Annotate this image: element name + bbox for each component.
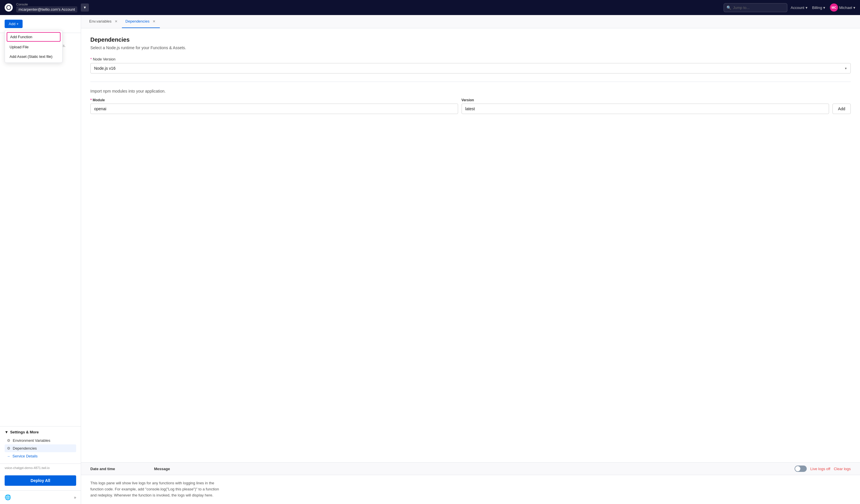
account-menu-item[interactable]: Account ▾: [791, 5, 807, 10]
page-title: Dependencies: [90, 36, 851, 43]
user-avatar: MC: [830, 3, 838, 12]
service-arrow-icon: →: [7, 455, 10, 458]
settings-dependencies[interactable]: ⚙ Dependencies: [5, 444, 76, 452]
version-input[interactable]: [461, 104, 829, 114]
upload-file-item[interactable]: Upload File: [5, 42, 62, 52]
sidebar-top: Add + Add Function Upload File Add Asset…: [0, 15, 81, 33]
node-version-label: * Node Version: [90, 57, 851, 61]
npm-module-section: Import npm modules into your application…: [90, 89, 851, 114]
service-details-link[interactable]: Service Details: [12, 454, 38, 458]
module-row: * Module Version Add: [90, 98, 851, 114]
date-col-header: Date and time: [90, 467, 154, 471]
billing-menu-item[interactable]: Billing ▾: [812, 5, 826, 10]
deploy-all-button[interactable]: Deploy All: [5, 475, 76, 486]
nav-console-info: Console mcarpenter@twilio.com's Account: [16, 3, 77, 13]
nav-search-input[interactable]: [723, 3, 787, 12]
globe-icon[interactable]: 🌐: [5, 494, 11, 501]
settings-service-details[interactable]: → Service Details: [5, 452, 76, 460]
settings-section: ▼ Settings & More ⚙ Environment Variable…: [0, 426, 81, 463]
sidebar-bottom: 🌐 »: [0, 490, 81, 504]
logs-message: This logs pane will show live logs for a…: [90, 480, 851, 498]
add-function-item[interactable]: Add Function: [7, 32, 60, 42]
add-asset-item[interactable]: Add Asset (Static text file): [5, 52, 62, 61]
dep-gear-icon: ⚙: [7, 446, 11, 450]
console-label: Console: [16, 3, 77, 6]
nav-right-items: Account ▾ Billing ▾ MC Michael ▾: [791, 3, 855, 12]
logs-header-right: Live logs off Clear logs: [794, 465, 851, 472]
clear-logs-button[interactable]: Clear logs: [834, 467, 851, 471]
close-env-variables-tab[interactable]: ✕: [114, 19, 118, 24]
add-button[interactable]: Add +: [5, 20, 23, 28]
section-divider: [90, 81, 851, 82]
node-version-select-wrap: Node.js v16 Node.js v14 Node.js v12: [90, 63, 851, 74]
node-version-section: * Node Version Node.js v16 Node.js v14 N…: [90, 57, 851, 74]
tabs-bar: Env.variables ✕ Dependencies ✕: [81, 15, 860, 28]
logs-header: Date and time Message Live logs off Clea…: [81, 463, 860, 475]
logs-body: This logs pane will show live logs for a…: [81, 475, 860, 504]
env-variables-label: Environment Variables: [13, 438, 51, 443]
tab-env-variables[interactable]: Env.variables ✕: [86, 15, 122, 28]
account-dropdown-button[interactable]: ▼: [81, 3, 89, 12]
top-navigation: Console mcarpenter@twilio.com's Account …: [0, 0, 860, 15]
expand-icon[interactable]: »: [74, 495, 76, 500]
module-label: * Module: [90, 98, 458, 102]
add-dropdown-menu: Add Function Upload File Add Asset (Stat…: [5, 30, 62, 63]
module-field: * Module: [90, 98, 458, 114]
version-field: Version: [461, 98, 829, 114]
node-version-select[interactable]: Node.js v16 Node.js v14 Node.js v12: [90, 63, 851, 74]
logs-section: Date and time Message Live logs off Clea…: [81, 462, 860, 504]
user-menu-item[interactable]: MC Michael ▾: [830, 3, 855, 12]
settings-section-header[interactable]: ▼ Settings & More: [5, 430, 76, 434]
account-name-label: mcarpenter@twilio.com's Account: [16, 6, 77, 13]
nav-search-wrap: 🔍: [723, 3, 787, 12]
version-label: Version: [461, 98, 829, 102]
env-gear-icon: ⚙: [7, 438, 11, 443]
add-module-button[interactable]: Add: [832, 104, 851, 114]
nav-logo: [5, 3, 13, 12]
sidebar: Add + Add Function Upload File Add Asset…: [0, 15, 81, 504]
live-logs-label: Live logs off: [810, 467, 830, 471]
module-input[interactable]: [90, 104, 458, 114]
page-subtitle: Select a Node.js runtime for your Functi…: [90, 45, 851, 50]
tab-dependencies[interactable]: Dependencies ✕: [122, 15, 160, 28]
close-dependencies-tab[interactable]: ✕: [152, 19, 156, 24]
content-area: Dependencies Select a Node.js runtime fo…: [81, 28, 860, 462]
search-icon: 🔍: [727, 5, 731, 10]
settings-chevron-icon: ▼: [5, 430, 9, 434]
settings-title: Settings & More: [10, 430, 39, 434]
main-layout: Add + Add Function Upload File Add Asset…: [0, 15, 860, 504]
main-content: Env.variables ✕ Dependencies ✕ Dependenc…: [81, 15, 860, 504]
message-col-header: Message: [154, 467, 794, 471]
npm-text: Import npm modules into your application…: [90, 89, 851, 93]
live-logs-toggle[interactable]: [794, 465, 807, 472]
sidebar-url: voice-chatgpt-demo-4871.twil.io: [0, 463, 81, 472]
settings-env-variables[interactable]: ⚙ Environment Variables: [5, 436, 76, 444]
dependencies-label: Dependencies: [13, 446, 37, 450]
